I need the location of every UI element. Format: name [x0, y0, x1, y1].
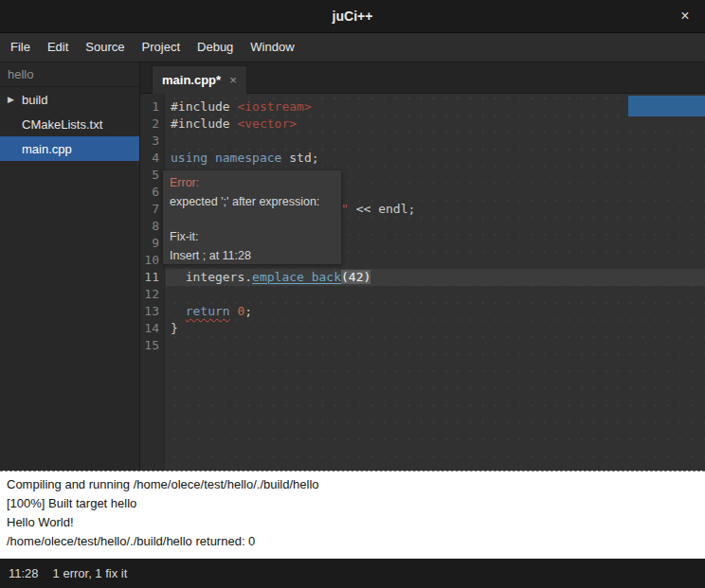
line-number: 9: [140, 235, 164, 252]
diagnostic-tooltip: Error: expected ';' after expression: Fi…: [163, 170, 341, 264]
scrollbar-thumb[interactable]: [628, 96, 705, 116]
line-number: 4: [140, 150, 164, 167]
app-window: juCi++ × FileEditSourceProjectDebugWindo…: [0, 0, 705, 588]
code-segment: <vector>: [237, 116, 297, 131]
code-segment: << endl;: [349, 202, 415, 216]
code-segment: return: [186, 304, 230, 318]
line-number: 6: [140, 184, 164, 201]
line-number: 8: [140, 218, 164, 235]
code-segment: namespace: [215, 151, 281, 165]
window-title: juCi++: [0, 0, 705, 33]
titlebar[interactable]: juCi++ ×: [0, 0, 705, 33]
menu-bar: FileEditSourceProjectDebugWindow: [0, 33, 705, 62]
code-segment: emplace_back: [252, 270, 341, 284]
code-segment: <iostream>: [237, 99, 311, 114]
code-segment: #include: [171, 116, 237, 131]
sidebar-item-label: main.cpp: [22, 142, 72, 156]
sidebar-item-cmakelists-txt[interactable]: CMakeLists.txt: [0, 112, 139, 136]
line-number: 2: [140, 116, 164, 133]
diagnostics-summary: 1 error, 1 fix it: [53, 566, 128, 580]
line-number: 12: [140, 286, 164, 303]
output-line: Compiling and running /home/olece/test/h…: [7, 475, 698, 494]
sidebar-item-label: CMakeLists.txt: [22, 117, 102, 132]
code-segment: using: [171, 151, 208, 165]
tab-bar: main.cpp* ×: [140, 62, 705, 94]
code-editor[interactable]: 123456789101112131415 #include <iostream…: [140, 94, 705, 471]
menu-source[interactable]: Source: [77, 33, 133, 62]
menu-debug[interactable]: Debug: [189, 33, 242, 62]
code-line-14[interactable]: }: [166, 320, 705, 337]
line-number-gutter: 123456789101112131415: [140, 94, 165, 471]
menu-window[interactable]: Window: [242, 33, 302, 62]
code-line-4[interactable]: using namespace std;: [166, 150, 705, 167]
code-segment: [171, 304, 186, 318]
code-line-13[interactable]: return 0;: [166, 303, 705, 320]
output-line: [100%] Built target hello: [7, 494, 698, 513]
line-number: 10: [140, 252, 164, 269]
code-segment: (42): [341, 270, 371, 284]
sidebar-item-build[interactable]: ▶build: [0, 87, 139, 112]
build-output-panel[interactable]: Compiling and running /home/olece/test/h…: [0, 471, 705, 559]
expand-arrow-icon[interactable]: ▶: [8, 95, 17, 104]
fixit-label: Fix-it:: [170, 230, 334, 243]
code-segment: #include: [171, 99, 237, 114]
line-number: 7: [140, 201, 164, 218]
error-label: Error:: [170, 176, 334, 189]
cursor-position: 11:28: [9, 566, 39, 580]
file-list: ▶buildCMakeLists.txtmain.cpp: [0, 87, 139, 161]
project-name: hello: [0, 62, 139, 87]
close-icon[interactable]: ×: [673, 0, 697, 32]
error-message: expected ';' after expression:: [170, 195, 334, 208]
code-line-15[interactable]: [166, 337, 705, 354]
code-line-12[interactable]: [166, 286, 705, 303]
code-segment: }: [171, 321, 178, 335]
menu-project[interactable]: Project: [134, 33, 189, 62]
line-number: 5: [140, 167, 164, 184]
tab-main-cpp[interactable]: main.cpp* ×: [152, 65, 247, 94]
output-line: Hello World!: [7, 513, 698, 532]
output-line: /home/olece/test/hello/./build/hello ret…: [7, 532, 698, 551]
sidebar-item-label: build: [22, 93, 47, 107]
tab-label: main.cpp*: [162, 73, 221, 87]
menu-edit[interactable]: Edit: [39, 33, 77, 62]
code-line-1[interactable]: #include <iostream>: [166, 98, 705, 116]
tab-close-icon[interactable]: ×: [229, 73, 237, 87]
line-number: 11: [140, 269, 164, 286]
menu-file[interactable]: File: [2, 33, 39, 62]
code-segment: std;: [281, 151, 318, 165]
line-number: 3: [140, 133, 164, 150]
sidebar-item-main-cpp[interactable]: main.cpp: [0, 136, 139, 161]
code-segment: ;: [244, 304, 252, 318]
line-number: 13: [140, 303, 164, 320]
line-number: 15: [140, 337, 164, 354]
code-line-11[interactable]: integers.emplace_back(42): [166, 269, 705, 286]
code-segment: integers.: [171, 270, 252, 284]
code-segment: [208, 151, 215, 165]
fixit-message: Insert ; at 11:28: [170, 249, 334, 262]
line-number: 1: [140, 98, 164, 116]
file-browser-sidebar: hello ▶buildCMakeLists.txtmain.cpp: [0, 62, 140, 471]
status-bar: 11:28 1 error, 1 fix it: [0, 559, 705, 588]
line-number: 14: [140, 320, 164, 337]
code-line-2[interactable]: #include <vector>: [166, 116, 705, 133]
code-line-3[interactable]: [166, 133, 705, 150]
